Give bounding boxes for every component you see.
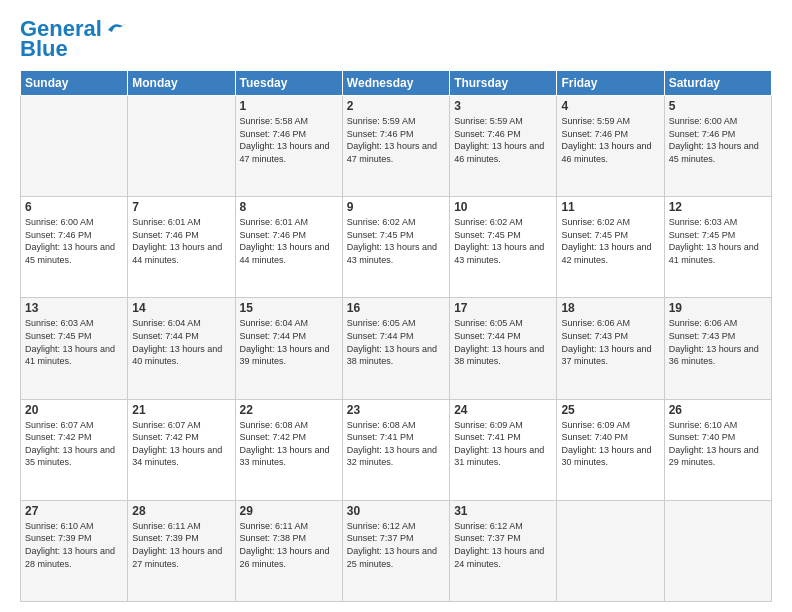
day-info: Sunrise: 6:12 AM Sunset: 7:37 PM Dayligh… — [454, 520, 552, 570]
day-info: Sunrise: 5:59 AM Sunset: 7:46 PM Dayligh… — [561, 115, 659, 165]
calendar-cell — [128, 96, 235, 197]
calendar-cell: 27Sunrise: 6:10 AM Sunset: 7:39 PM Dayli… — [21, 500, 128, 601]
calendar-cell: 15Sunrise: 6:04 AM Sunset: 7:44 PM Dayli… — [235, 298, 342, 399]
day-number: 24 — [454, 403, 552, 417]
day-number: 17 — [454, 301, 552, 315]
day-info: Sunrise: 6:04 AM Sunset: 7:44 PM Dayligh… — [240, 317, 338, 367]
day-number: 11 — [561, 200, 659, 214]
day-number: 29 — [240, 504, 338, 518]
day-info: Sunrise: 6:08 AM Sunset: 7:41 PM Dayligh… — [347, 419, 445, 469]
calendar-cell: 10Sunrise: 6:02 AM Sunset: 7:45 PM Dayli… — [450, 197, 557, 298]
calendar-cell: 7Sunrise: 6:01 AM Sunset: 7:46 PM Daylig… — [128, 197, 235, 298]
calendar-cell: 26Sunrise: 6:10 AM Sunset: 7:40 PM Dayli… — [664, 399, 771, 500]
weekday-header-row: SundayMondayTuesdayWednesdayThursdayFrid… — [21, 71, 772, 96]
day-info: Sunrise: 6:00 AM Sunset: 7:46 PM Dayligh… — [25, 216, 123, 266]
day-number: 7 — [132, 200, 230, 214]
day-info: Sunrise: 6:06 AM Sunset: 7:43 PM Dayligh… — [561, 317, 659, 367]
calendar-cell — [664, 500, 771, 601]
day-number: 28 — [132, 504, 230, 518]
day-number: 3 — [454, 99, 552, 113]
day-info: Sunrise: 6:03 AM Sunset: 7:45 PM Dayligh… — [669, 216, 767, 266]
calendar-cell — [21, 96, 128, 197]
logo-blue-text: Blue — [20, 38, 68, 60]
day-info: Sunrise: 6:06 AM Sunset: 7:43 PM Dayligh… — [669, 317, 767, 367]
day-info: Sunrise: 6:11 AM Sunset: 7:38 PM Dayligh… — [240, 520, 338, 570]
calendar-cell: 25Sunrise: 6:09 AM Sunset: 7:40 PM Dayli… — [557, 399, 664, 500]
calendar-cell: 3Sunrise: 5:59 AM Sunset: 7:46 PM Daylig… — [450, 96, 557, 197]
calendar-cell: 18Sunrise: 6:06 AM Sunset: 7:43 PM Dayli… — [557, 298, 664, 399]
day-info: Sunrise: 6:10 AM Sunset: 7:40 PM Dayligh… — [669, 419, 767, 469]
day-number: 10 — [454, 200, 552, 214]
calendar-cell: 2Sunrise: 5:59 AM Sunset: 7:46 PM Daylig… — [342, 96, 449, 197]
day-info: Sunrise: 5:59 AM Sunset: 7:46 PM Dayligh… — [347, 115, 445, 165]
calendar-cell: 31Sunrise: 6:12 AM Sunset: 7:37 PM Dayli… — [450, 500, 557, 601]
day-number: 14 — [132, 301, 230, 315]
week-row-2: 6Sunrise: 6:00 AM Sunset: 7:46 PM Daylig… — [21, 197, 772, 298]
day-info: Sunrise: 6:02 AM Sunset: 7:45 PM Dayligh… — [347, 216, 445, 266]
calendar-cell: 9Sunrise: 6:02 AM Sunset: 7:45 PM Daylig… — [342, 197, 449, 298]
day-number: 6 — [25, 200, 123, 214]
day-number: 9 — [347, 200, 445, 214]
day-number: 12 — [669, 200, 767, 214]
calendar-cell: 13Sunrise: 6:03 AM Sunset: 7:45 PM Dayli… — [21, 298, 128, 399]
calendar-cell: 29Sunrise: 6:11 AM Sunset: 7:38 PM Dayli… — [235, 500, 342, 601]
day-info: Sunrise: 6:07 AM Sunset: 7:42 PM Dayligh… — [132, 419, 230, 469]
calendar-cell: 23Sunrise: 6:08 AM Sunset: 7:41 PM Dayli… — [342, 399, 449, 500]
day-info: Sunrise: 5:58 AM Sunset: 7:46 PM Dayligh… — [240, 115, 338, 165]
calendar-cell: 30Sunrise: 6:12 AM Sunset: 7:37 PM Dayli… — [342, 500, 449, 601]
weekday-header-tuesday: Tuesday — [235, 71, 342, 96]
header: General Blue — [20, 18, 772, 60]
calendar-cell — [557, 500, 664, 601]
day-info: Sunrise: 6:12 AM Sunset: 7:37 PM Dayligh… — [347, 520, 445, 570]
day-number: 13 — [25, 301, 123, 315]
day-info: Sunrise: 6:02 AM Sunset: 7:45 PM Dayligh… — [561, 216, 659, 266]
calendar-cell: 16Sunrise: 6:05 AM Sunset: 7:44 PM Dayli… — [342, 298, 449, 399]
calendar-cell: 19Sunrise: 6:06 AM Sunset: 7:43 PM Dayli… — [664, 298, 771, 399]
calendar-cell: 20Sunrise: 6:07 AM Sunset: 7:42 PM Dayli… — [21, 399, 128, 500]
weekday-header-sunday: Sunday — [21, 71, 128, 96]
weekday-header-friday: Friday — [557, 71, 664, 96]
day-number: 21 — [132, 403, 230, 417]
weekday-header-saturday: Saturday — [664, 71, 771, 96]
day-info: Sunrise: 6:03 AM Sunset: 7:45 PM Dayligh… — [25, 317, 123, 367]
day-info: Sunrise: 6:05 AM Sunset: 7:44 PM Dayligh… — [347, 317, 445, 367]
day-info: Sunrise: 6:02 AM Sunset: 7:45 PM Dayligh… — [454, 216, 552, 266]
calendar-cell: 1Sunrise: 5:58 AM Sunset: 7:46 PM Daylig… — [235, 96, 342, 197]
calendar-cell: 5Sunrise: 6:00 AM Sunset: 7:46 PM Daylig… — [664, 96, 771, 197]
calendar-cell: 6Sunrise: 6:00 AM Sunset: 7:46 PM Daylig… — [21, 197, 128, 298]
day-number: 22 — [240, 403, 338, 417]
day-number: 31 — [454, 504, 552, 518]
week-row-5: 27Sunrise: 6:10 AM Sunset: 7:39 PM Dayli… — [21, 500, 772, 601]
calendar-table: SundayMondayTuesdayWednesdayThursdayFrid… — [20, 70, 772, 602]
day-info: Sunrise: 6:05 AM Sunset: 7:44 PM Dayligh… — [454, 317, 552, 367]
day-number: 2 — [347, 99, 445, 113]
calendar-cell: 14Sunrise: 6:04 AM Sunset: 7:44 PM Dayli… — [128, 298, 235, 399]
day-number: 15 — [240, 301, 338, 315]
day-number: 27 — [25, 504, 123, 518]
day-number: 4 — [561, 99, 659, 113]
day-info: Sunrise: 6:07 AM Sunset: 7:42 PM Dayligh… — [25, 419, 123, 469]
day-number: 26 — [669, 403, 767, 417]
day-number: 20 — [25, 403, 123, 417]
week-row-4: 20Sunrise: 6:07 AM Sunset: 7:42 PM Dayli… — [21, 399, 772, 500]
day-number: 1 — [240, 99, 338, 113]
weekday-header-wednesday: Wednesday — [342, 71, 449, 96]
calendar-cell: 22Sunrise: 6:08 AM Sunset: 7:42 PM Dayli… — [235, 399, 342, 500]
day-info: Sunrise: 5:59 AM Sunset: 7:46 PM Dayligh… — [454, 115, 552, 165]
calendar-cell: 12Sunrise: 6:03 AM Sunset: 7:45 PM Dayli… — [664, 197, 771, 298]
calendar-cell: 28Sunrise: 6:11 AM Sunset: 7:39 PM Dayli… — [128, 500, 235, 601]
calendar-cell: 8Sunrise: 6:01 AM Sunset: 7:46 PM Daylig… — [235, 197, 342, 298]
day-number: 23 — [347, 403, 445, 417]
day-number: 30 — [347, 504, 445, 518]
day-info: Sunrise: 6:00 AM Sunset: 7:46 PM Dayligh… — [669, 115, 767, 165]
day-number: 16 — [347, 301, 445, 315]
day-info: Sunrise: 6:01 AM Sunset: 7:46 PM Dayligh… — [240, 216, 338, 266]
day-number: 25 — [561, 403, 659, 417]
week-row-3: 13Sunrise: 6:03 AM Sunset: 7:45 PM Dayli… — [21, 298, 772, 399]
day-info: Sunrise: 6:01 AM Sunset: 7:46 PM Dayligh… — [132, 216, 230, 266]
day-number: 19 — [669, 301, 767, 315]
calendar-cell: 17Sunrise: 6:05 AM Sunset: 7:44 PM Dayli… — [450, 298, 557, 399]
logo: General Blue — [20, 18, 128, 60]
day-info: Sunrise: 6:08 AM Sunset: 7:42 PM Dayligh… — [240, 419, 338, 469]
day-info: Sunrise: 6:04 AM Sunset: 7:44 PM Dayligh… — [132, 317, 230, 367]
